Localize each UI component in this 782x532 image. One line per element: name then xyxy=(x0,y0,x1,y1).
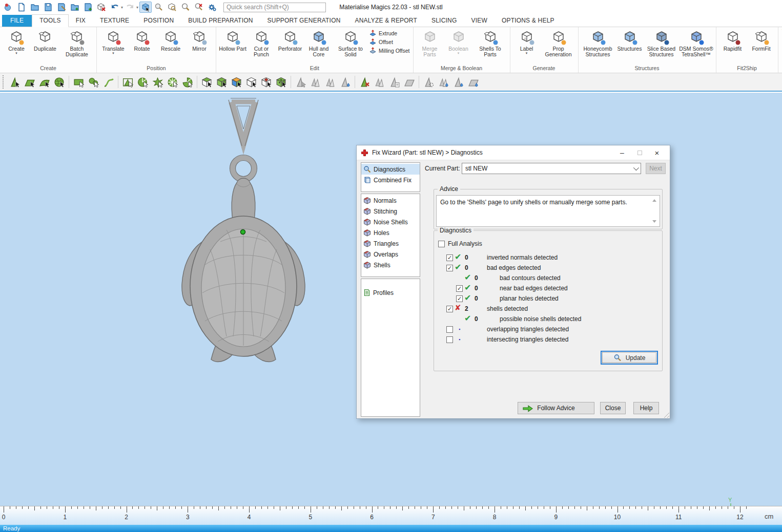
mirror-button[interactable]: Mirror xyxy=(185,28,214,52)
slice-based-structures-button[interactable]: Slice Based Structures xyxy=(644,28,679,58)
create-caret-icon[interactable]: ▾ xyxy=(15,52,17,55)
triangle-tool-blue3-icon[interactable] xyxy=(451,75,465,89)
bad-edges-detected-checkbox[interactable]: ✓ xyxy=(446,265,453,271)
select-dice-icon[interactable] xyxy=(274,75,288,89)
rectangle-selection-icon[interactable] xyxy=(72,75,86,89)
planar-holes-detected-checkbox[interactable]: ✓ xyxy=(456,295,463,302)
toolbar-drag-handle[interactable] xyxy=(3,75,5,89)
sidebar-item-shells[interactable]: Shells xyxy=(361,260,420,270)
settings-button[interactable] xyxy=(206,2,218,13)
sidebar-item-noise-shells[interactable]: Noise Shells xyxy=(361,217,420,227)
honeycomb-structures-button[interactable]: Honeycomb Structures xyxy=(581,28,615,58)
save-button[interactable] xyxy=(42,2,54,13)
dsm-somos-tetrashell-button[interactable]: DSM Somos® TetraShell™ xyxy=(679,28,714,58)
freeform-selection-icon[interactable] xyxy=(87,75,100,89)
inverted-normals-detected-checkbox[interactable]: ✓ xyxy=(446,254,453,261)
remove-part-button[interactable] xyxy=(95,2,108,13)
update-button[interactable]: Update xyxy=(601,351,658,365)
label-button[interactable]: ALabel▾ xyxy=(512,28,541,55)
translate-caret-icon[interactable]: ▾ xyxy=(112,52,114,55)
quarter-selection-icon[interactable] xyxy=(180,75,194,89)
curve-selection-icon[interactable] xyxy=(101,75,115,89)
undo-button[interactable] xyxy=(109,2,121,13)
triangle-lasso-icon[interactable] xyxy=(422,75,436,89)
overlapping-triangles-detected-checkbox[interactable] xyxy=(446,326,453,333)
scroll-down-icon[interactable] xyxy=(651,218,657,225)
advice-textarea[interactable]: Go to the 'Shells' page to unify shells … xyxy=(436,195,660,227)
tab-file[interactable]: FILE xyxy=(2,15,32,27)
close-button[interactable]: Close xyxy=(600,402,626,414)
milling-offset-button[interactable]: Milling Offset xyxy=(369,47,410,54)
cluster-selection-icon[interactable] xyxy=(151,75,164,89)
search-input[interactable] xyxy=(223,3,326,12)
select-shell-icon[interactable] xyxy=(52,75,66,89)
import-part-button[interactable] xyxy=(69,2,81,13)
sidebar-item-holes[interactable]: Holes xyxy=(361,227,420,238)
tab-position[interactable]: POSITION xyxy=(136,15,181,27)
sidebar-item-combined-fix[interactable]: Combined Fix xyxy=(361,175,420,185)
pie-selection-icon[interactable] xyxy=(136,75,150,89)
triangle-tool-4-icon[interactable] xyxy=(373,75,386,89)
create-button[interactable]: Create▾ xyxy=(2,28,31,55)
scroll-up-icon[interactable] xyxy=(651,197,657,204)
current-part-dropdown[interactable]: stl NEW xyxy=(462,163,641,174)
boolean-caret-icon[interactable]: ▾ xyxy=(458,52,460,55)
zoom-unzoom-button[interactable] xyxy=(193,2,205,13)
sidebar-item-overlaps[interactable]: Overlaps xyxy=(361,249,420,260)
select-marked-icon[interactable] xyxy=(259,75,273,89)
redo-caret-icon[interactable]: ▾ xyxy=(136,5,138,10)
sidebar-item-stitching[interactable]: Stitching xyxy=(361,206,420,217)
intersecting-triangles-detected-checkbox[interactable] xyxy=(446,336,453,343)
select-through-plane-icon[interactable] xyxy=(200,75,214,89)
label-caret-icon[interactable]: ▾ xyxy=(526,52,528,55)
open-file-button[interactable] xyxy=(29,2,41,13)
triangle-tool-5-icon[interactable] xyxy=(466,75,480,89)
extrude-button[interactable]: Extrude xyxy=(369,29,410,37)
zoom-to-part-button[interactable] xyxy=(139,2,152,13)
rescale-button[interactable]: Rescale xyxy=(156,28,185,52)
hollow-part-button[interactable]: Hollow Part xyxy=(218,28,247,52)
select-plane-icon[interactable] xyxy=(23,75,36,89)
full-analysis-checkbox[interactable] xyxy=(438,241,445,247)
tab-tools[interactable]: TOOLS xyxy=(32,14,68,27)
translate-button[interactable]: Translate▾ xyxy=(99,28,128,55)
triangle-tool-1-icon[interactable] xyxy=(294,75,307,89)
close-window-button[interactable]: × xyxy=(648,147,666,158)
cut-or-punch-button[interactable]: Cut or Punch xyxy=(247,28,276,58)
minimize-button[interactable]: – xyxy=(613,147,631,158)
near-bad-edges-detected-checkbox[interactable]: ✓ xyxy=(456,285,463,292)
select-through-white-icon[interactable] xyxy=(244,75,258,89)
select-through-multi-icon[interactable] xyxy=(230,75,243,89)
select-through-green-icon[interactable] xyxy=(215,75,229,89)
batch-duplicate-button[interactable]: Batch Duplicate xyxy=(59,28,94,58)
shells-detected-checkbox[interactable]: ✓ xyxy=(446,306,453,312)
triangle-tool-doc-icon[interactable] xyxy=(387,75,401,89)
rotate-button[interactable]: Rotate xyxy=(128,28,156,52)
surface-to-solid-button[interactable]: Surface to Solid xyxy=(333,28,368,58)
save-project-button[interactable] xyxy=(82,2,94,13)
follow-advice-button[interactable]: Follow Advice xyxy=(518,402,594,414)
triangle-tool-blue2-icon[interactable] xyxy=(437,75,450,89)
shells-to-parts-button[interactable]: Shells To Parts xyxy=(473,28,508,58)
tab-slicing[interactable]: SLICING xyxy=(424,15,464,27)
rapidfit-button[interactable]: Rapidfit xyxy=(718,28,747,52)
sidebar-item-profiles[interactable]: Profiles xyxy=(361,287,420,298)
undo-caret-icon[interactable]: ▾ xyxy=(121,5,123,10)
tab-analyze-report[interactable]: ANALYZE & REPORT xyxy=(348,15,424,27)
view-part-button[interactable] xyxy=(153,2,165,13)
magics-logo-button[interactable] xyxy=(2,2,14,13)
dialog-title-bar[interactable]: Fix Wizard (Part: stl NEW) > Diagnostics… xyxy=(357,145,670,160)
select-triangles-icon[interactable] xyxy=(8,75,22,89)
help-button[interactable]: Help xyxy=(633,402,659,414)
tab-support-generation[interactable]: SUPPORT GENERATION xyxy=(260,15,348,27)
triangle-tool-blue-icon[interactable] xyxy=(338,75,352,89)
prop-generation-button[interactable]: Prop Generation xyxy=(541,28,576,58)
turtle-pendant-model[interactable] xyxy=(179,96,307,367)
offset-button[interactable]: Offset xyxy=(369,38,410,46)
select-surface-icon[interactable] xyxy=(37,75,51,89)
new-scene-button[interactable] xyxy=(15,2,28,13)
zoom-in-button[interactable] xyxy=(179,2,192,13)
triangle-tool-3-icon[interactable] xyxy=(323,75,337,89)
fit-view-button[interactable] xyxy=(166,2,178,13)
sidebar-item-normals[interactable]: Normals xyxy=(361,195,420,206)
